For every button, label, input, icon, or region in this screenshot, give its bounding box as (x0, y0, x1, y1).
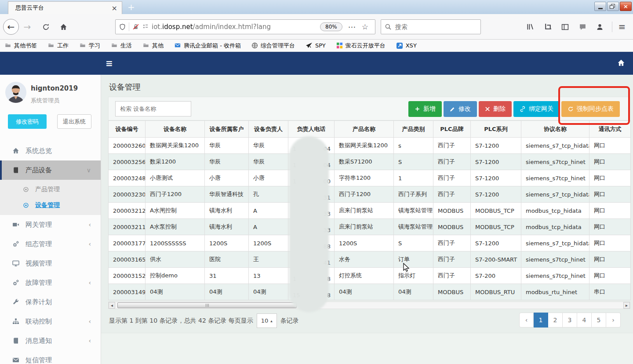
table-row-8[interactable]: 200003152控制demo311318灯控系统指示灯西门子S7-200sie… (109, 268, 631, 284)
table-row-7[interactable]: 200003165供水医院王41水务订单西门子S7-200-SMARTsieme… (109, 251, 631, 268)
cell-device_name: 数据网关采集1200 (146, 138, 205, 154)
account-button[interactable] (594, 22, 605, 32)
app-home-icon[interactable] (617, 59, 625, 67)
page-size-select[interactable]: 10 ▴ (257, 313, 277, 328)
bookmark-item-3[interactable]: 生活 (111, 42, 132, 50)
library-button[interactable] (524, 22, 536, 32)
cell-comm: 网口 (589, 219, 631, 235)
bookmark-item-5[interactable]: 腾讯企业邮箱 - 收件箱 (174, 42, 241, 50)
window-close-button[interactable]: × (620, 2, 632, 11)
forward-button[interactable]: → (22, 22, 33, 32)
zoom-level-badge[interactable]: 80% (320, 22, 342, 31)
device-search-input[interactable] (115, 101, 191, 116)
bookmark-label: 综合管理平台 (261, 42, 295, 50)
sidebar-subitem-1-0[interactable]: 产品管理 (0, 182, 101, 197)
pager-next-button[interactable]: › (606, 313, 621, 328)
browser-tab[interactable]: 思普云平台 × (8, 1, 122, 14)
pager-page-4[interactable]: 4 (577, 313, 592, 328)
column-header-1: 设备名称 (146, 121, 205, 138)
bookmark-star-icon[interactable]: ☆ (362, 22, 368, 31)
sidebar-item-9[interactable]: 短信管理 (0, 350, 101, 364)
home-icon (60, 23, 67, 31)
url-bar[interactable]: iot.idosp.net/admin/index.html?lang 80% … (115, 19, 375, 34)
tab-close-icon[interactable]: × (112, 4, 117, 12)
bookmark-item-2[interactable]: 学习 (79, 42, 100, 50)
sidebar-item-0[interactable]: 系统总览 (0, 141, 101, 160)
action-button-label: 绑定网关 (529, 105, 553, 113)
bookmark-item-1[interactable]: 工作 (47, 42, 69, 50)
sidebar-item-6[interactable]: 保养计划 (0, 292, 101, 312)
search-input[interactable] (395, 23, 477, 30)
change-password-button[interactable]: 修改密码 (8, 114, 47, 129)
action-plus-button[interactable]: 新增 (408, 101, 442, 117)
action-pencil-button[interactable]: 修改 (444, 101, 477, 117)
sidebar-item-5[interactable]: 故障管理‹ (0, 273, 101, 292)
horizontal-scrollbar[interactable]: ◂ ▸ (108, 302, 630, 309)
lock-slash-icon[interactable] (132, 23, 139, 30)
reload-button[interactable] (40, 22, 51, 32)
logout-button[interactable]: 退出系统 (57, 114, 91, 129)
sidebar-item-8[interactable]: 消息通知‹ (0, 331, 101, 350)
scroll-right-icon[interactable]: ▸ (623, 302, 630, 309)
browser-toolbar: ← → iot.idosp.net/admin/index.html?lang … (0, 14, 633, 40)
cell-category: 指示灯 (394, 268, 433, 284)
page-actions-icon[interactable]: ⋯ (348, 22, 356, 31)
pager-page-2[interactable]: 2 (548, 313, 563, 328)
action-cross-button[interactable]: 删除 (479, 101, 512, 117)
home-button[interactable] (58, 22, 69, 32)
cell-plc_brand: 西门子 (433, 154, 471, 170)
table-row-1[interactable]: 200003256数采1200华辰华辰104数采S71200S西门子S7-120… (109, 154, 631, 170)
page-size-value: 10 (261, 317, 269, 324)
bookmark-item-9[interactable]: XSY (396, 42, 417, 49)
cell-plc_brand: 西门子 (433, 170, 471, 186)
window-minimize-button[interactable] (594, 2, 606, 11)
bookmark-item-7[interactable]: SPY (306, 42, 326, 49)
screenshot-button[interactable] (542, 22, 553, 32)
scroll-left-icon[interactable]: ◂ (109, 302, 115, 309)
bookmark-label: 其他书签 (14, 42, 37, 50)
window-restore-button[interactable] (607, 2, 619, 11)
table-row-6[interactable]: 2000031771200SSSSSS1200S1200S881200SS西门子… (109, 235, 631, 251)
table-row-5[interactable]: 200003211A水泵控制镇海水利A33庶来门前泵站镇海泵站管理MODBUSM… (109, 219, 631, 235)
table-row-2[interactable]: 200003248小唐测试小唐小唐100字符串12001西门子S7-1200si… (109, 170, 631, 186)
new-tab-button[interactable]: + (127, 2, 135, 12)
bookmark-label: 学习 (89, 42, 100, 50)
screen: 思普云平台 × + × ← → iot.idosp.net/admin/inde… (0, 0, 633, 364)
sidebar-collapse-icon[interactable]: ≡ (106, 58, 113, 69)
table-row-9[interactable]: 20000314904测04测04测15804测04测MODBUSMODBUS_… (109, 284, 631, 300)
cell-plc_brand: 西门子 (433, 235, 471, 251)
cell-category: 1 (394, 170, 433, 186)
browser-search[interactable] (381, 19, 481, 34)
pager-page-5[interactable]: 5 (592, 313, 606, 328)
sidebar-item-label: 故障管理 (25, 279, 52, 287)
table-row-0[interactable]: 200003260数据网关采集1200华辰华辰104数据网关采集1200s西门子… (109, 138, 631, 154)
sidebar-item-4[interactable]: 视频管理 (0, 254, 101, 273)
sidebar-item-1[interactable]: 产品设备∨ (0, 160, 101, 180)
cell-comm: 网口 (589, 235, 631, 251)
scrollbar-thumb[interactable] (117, 302, 297, 308)
menu-button[interactable]: ≡ (616, 22, 628, 32)
sidebar-item-label: 保养计划 (25, 298, 52, 306)
sidebar-toggle-button[interactable] (559, 22, 571, 32)
pager-page-1[interactable]: 1 (534, 313, 548, 328)
cell-plc_brand: 西门子 (433, 186, 471, 203)
pager-prev-button[interactable]: ‹ (519, 313, 534, 328)
feedback-button[interactable] (577, 22, 588, 32)
back-button[interactable]: ← (3, 19, 19, 35)
table-row-4[interactable]: 200003212A水闸控制镇海水利A33庶来门前泵站镇海泵站管理MODBUSM… (109, 203, 631, 219)
pager-page-3[interactable]: 3 (563, 313, 577, 328)
bookmark-item-0[interactable]: 其他书签 (4, 42, 37, 50)
bookmark-item-8[interactable]: 萤石云开放平台 (336, 42, 386, 50)
caret-up-icon: ▴ (270, 319, 273, 323)
cell-protocol: siemens_s7_tcp_hidata (521, 186, 589, 203)
sidebar-subitem-1-1[interactable]: 设备管理 (0, 197, 101, 213)
sidebar-item-2[interactable]: 网关管理‹ (0, 215, 101, 234)
sidebar-item-7[interactable]: 联动控制‹ (0, 312, 101, 331)
sidebar-item-3[interactable]: 组态管理‹ (0, 234, 101, 254)
action-link-button[interactable]: 绑定网关 (513, 101, 560, 117)
bookmark-item-6[interactable]: 综合管理平台 (251, 42, 295, 50)
bookmark-item-4[interactable]: 其他 (142, 42, 164, 50)
table-row-3[interactable]: 200003230西门子1200华辰智通科技孔31西门子1200西门子系列西门子… (109, 186, 631, 203)
user-role: 系统管理员 (31, 97, 59, 105)
permissions-icon[interactable] (142, 24, 149, 30)
